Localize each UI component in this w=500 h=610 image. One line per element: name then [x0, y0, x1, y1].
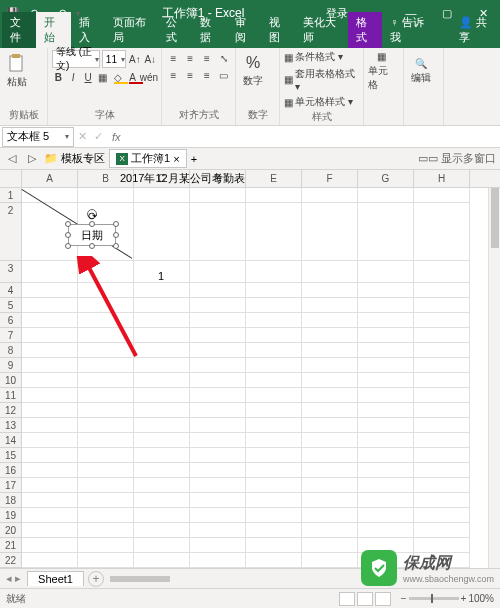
zoom-in-icon[interactable]: +	[461, 593, 467, 604]
row-header[interactable]: 3	[0, 261, 22, 283]
sheet-nav[interactable]: ◂ ▸	[0, 572, 27, 585]
enter-icon[interactable]: ✓	[90, 129, 106, 145]
align-top-icon[interactable]: ≡	[166, 50, 181, 66]
row-header[interactable]: 5	[0, 298, 22, 313]
row-header[interactable]: 8	[0, 343, 22, 358]
cancel-icon[interactable]: ✕	[74, 129, 90, 145]
cell-styles-button[interactable]: ▦单元格样式 ▾	[284, 95, 359, 109]
row-header[interactable]: 19	[0, 508, 22, 523]
resize-handle[interactable]	[113, 243, 119, 249]
row-header[interactable]: 21	[0, 538, 22, 553]
increase-font-icon[interactable]: A↑	[128, 51, 141, 67]
bold-button[interactable]: B	[52, 69, 65, 85]
phonetic-button[interactable]: wén	[141, 69, 157, 85]
nav-back-icon[interactable]: ◁	[4, 151, 20, 167]
col-header[interactable]: F	[302, 170, 358, 187]
row-header[interactable]: 16	[0, 463, 22, 478]
nav-fwd-icon[interactable]: ▷	[24, 151, 40, 167]
add-sheet-button[interactable]: +	[88, 571, 104, 587]
row-header[interactable]: 18	[0, 493, 22, 508]
fx-icon[interactable]: fx	[106, 131, 127, 143]
edit-button[interactable]: 🔍编辑	[408, 50, 434, 92]
col-header[interactable]: H	[414, 170, 470, 187]
row-header[interactable]: 15	[0, 448, 22, 463]
row-header[interactable]: 14	[0, 433, 22, 448]
share-button[interactable]: 👤 共享	[451, 12, 500, 48]
orientation-icon[interactable]: ⤡	[216, 50, 231, 66]
vertical-scrollbar[interactable]	[488, 188, 500, 568]
normal-view-button[interactable]	[339, 592, 355, 606]
align-center-icon[interactable]: ≡	[183, 67, 198, 83]
align-middle-icon[interactable]: ≡	[183, 50, 198, 66]
row-header[interactable]: 17	[0, 478, 22, 493]
col-header[interactable]: E	[246, 170, 302, 187]
tab-layout[interactable]: 页面布局	[105, 12, 158, 48]
resize-handle[interactable]	[65, 221, 71, 227]
select-all-corner[interactable]	[0, 170, 22, 187]
textbox-shape[interactable]: 日期 ⟳	[68, 224, 116, 246]
col-header[interactable]: A	[22, 170, 78, 187]
border-button[interactable]: ▦	[96, 69, 109, 85]
fill-color-button[interactable]: ◇	[111, 69, 124, 85]
zoom-out-icon[interactable]: −	[401, 593, 407, 604]
font-size-select[interactable]: 11▾	[102, 50, 126, 68]
tab-wps[interactable]: 美化大师	[295, 12, 348, 48]
tab-review[interactable]: 审阅	[227, 12, 261, 48]
tab-home[interactable]: 开始	[36, 12, 70, 48]
template-zone[interactable]: 📁 模板专区	[44, 151, 105, 166]
row-header[interactable]: 7	[0, 328, 22, 343]
col-header[interactable]: G	[358, 170, 414, 187]
align-left-icon[interactable]: ≡	[166, 67, 181, 83]
resize-handle[interactable]	[65, 232, 71, 238]
table-format-button[interactable]: ▦套用表格格式 ▾	[284, 67, 359, 92]
tab-insert[interactable]: 插入	[71, 12, 105, 48]
align-right-icon[interactable]: ≡	[200, 67, 215, 83]
page-layout-button[interactable]	[357, 592, 373, 606]
zoom-level[interactable]: 100%	[468, 593, 494, 604]
font-name-select[interactable]: 等线 (正文)▾	[52, 50, 100, 68]
align-bottom-icon[interactable]: ≡	[200, 50, 215, 66]
underline-button[interactable]: U	[82, 69, 95, 85]
tab-tell-me[interactable]: ♀ 告诉我	[382, 12, 435, 48]
multi-window-toggle[interactable]: ▭▭ 显示多窗口	[418, 151, 496, 166]
resize-handle[interactable]	[65, 243, 71, 249]
zoom-slider[interactable]	[409, 597, 459, 600]
row-header[interactable]: 13	[0, 418, 22, 433]
tab-formula[interactable]: 公式	[158, 12, 192, 48]
merge-button[interactable]: ▭	[216, 67, 231, 83]
resize-handle[interactable]	[89, 221, 95, 227]
tab-file[interactable]: 文件	[2, 12, 36, 48]
close-tab-icon[interactable]: ×	[173, 153, 179, 165]
tab-view[interactable]: 视图	[261, 12, 295, 48]
row-header[interactable]: 10	[0, 373, 22, 388]
font-color-button[interactable]: A	[126, 69, 139, 85]
conditional-format-button[interactable]: ▦条件格式 ▾	[284, 50, 359, 64]
resize-handle[interactable]	[89, 243, 95, 249]
row-header[interactable]: 4	[0, 283, 22, 298]
tab-data[interactable]: 数据	[192, 12, 226, 48]
rotate-handle-icon[interactable]: ⟳	[87, 209, 97, 219]
row-header[interactable]: 20	[0, 523, 22, 538]
decrease-font-icon[interactable]: A↓	[144, 51, 157, 67]
row-header[interactable]: 6	[0, 313, 22, 328]
add-workbook-button[interactable]: +	[191, 153, 197, 165]
italic-button[interactable]: I	[67, 69, 80, 85]
tab-format[interactable]: 格式	[348, 12, 382, 48]
page-break-button[interactable]	[375, 592, 391, 606]
merged-title-cell[interactable]: 2017年12月某公司考勤表	[120, 171, 245, 186]
paste-button[interactable]: 粘贴	[4, 50, 30, 92]
cell-b3-value[interactable]: 1	[158, 270, 164, 282]
resize-handle[interactable]	[113, 232, 119, 238]
cells-button[interactable]: ▦单元格	[368, 50, 394, 92]
sheet-tab[interactable]: Sheet1	[27, 571, 84, 586]
row-header[interactable]: 9	[0, 358, 22, 373]
row-header[interactable]: 11	[0, 388, 22, 403]
row-header[interactable]: 12	[0, 403, 22, 418]
resize-handle[interactable]	[113, 221, 119, 227]
name-box[interactable]: 文本框 5▾	[2, 127, 74, 147]
row-header[interactable]: 22	[0, 553, 22, 568]
percent-button[interactable]: % 数字	[240, 50, 266, 92]
row-header[interactable]: 2	[0, 203, 22, 261]
workbook-tab[interactable]: X 工作簿1 ×	[109, 149, 187, 168]
zoom-control[interactable]: − + 100%	[401, 593, 494, 604]
